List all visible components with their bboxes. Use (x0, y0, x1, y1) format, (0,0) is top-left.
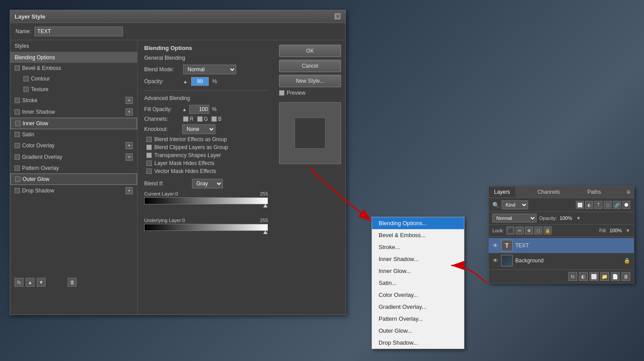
context-menu-gradient-overlay[interactable]: Gradient Overlay... (372, 301, 464, 313)
color-overlay-plus-btn[interactable]: + (126, 142, 133, 149)
move-down-button[interactable]: ▼ (37, 278, 46, 287)
fill-dropdown-arrow[interactable]: ▼ (625, 228, 630, 233)
channel-r-checkbox[interactable] (183, 116, 188, 122)
current-layer-container: Current Layer: 0 255 (144, 191, 268, 204)
styles-item-outer-glow[interactable]: Outer Glow (10, 173, 137, 185)
context-menu-stroke[interactable]: Stroke... (372, 241, 464, 253)
blend-mode-select[interactable]: Normal (183, 65, 236, 74)
context-menu-satin[interactable]: Satin... (372, 277, 464, 289)
layers-tab[interactable]: Layers (489, 187, 515, 197)
group-layers-button[interactable]: 📁 (600, 272, 609, 281)
layers-kind-select[interactable]: Kind (502, 200, 528, 209)
lock-pixels-icon[interactable]: ✏ (516, 227, 524, 234)
outer-glow-checkbox[interactable] (15, 177, 20, 182)
inner-glow-checkbox[interactable] (15, 121, 20, 126)
filter-pixel-icon[interactable]: ⬜ (576, 201, 584, 209)
inner-shadow-checkbox[interactable] (15, 109, 20, 115)
add-style-button[interactable]: ▲ (26, 278, 34, 287)
inner-shadow-label: Inner Shadow (22, 109, 55, 115)
styles-item-bevel-emboss[interactable]: Bevel & Emboss (10, 63, 137, 73)
gradient-overlay-plus-btn[interactable]: + (126, 154, 133, 161)
stroke-checkbox[interactable] (15, 98, 20, 103)
opacity-dropdown-arrow[interactable]: ▼ (576, 215, 581, 221)
layers-panel: Layers Channels Paths ≡ 🔍 Kind ⬜ ◐ T ⬡ 🔗… (488, 186, 634, 284)
styles-item-drop-shadow[interactable]: Drop Shadow + (10, 185, 137, 196)
context-menu-inner-glow[interactable]: Inner Glow... (372, 265, 464, 277)
text-layer-visibility[interactable]: 👁 (492, 242, 498, 249)
pattern-overlay-checkbox[interactable] (15, 165, 20, 171)
delete-layer-button[interactable]: 🗑 (621, 272, 630, 281)
channel-g-checkbox[interactable] (197, 116, 203, 122)
context-menu-blending-options[interactable]: Blending Options... (372, 217, 464, 229)
underlying-layer-right-handle[interactable] (263, 230, 268, 234)
blend-clipped-checkbox[interactable] (146, 145, 152, 150)
stroke-plus-btn[interactable]: + (126, 97, 133, 104)
new-layer-button[interactable]: 📄 (611, 272, 620, 281)
context-menu-drop-shadow[interactable]: Drop Shadow... (372, 337, 464, 349)
context-menu-bevel-emboss[interactable]: Bevel & Emboss... (372, 229, 464, 241)
styles-item-inner-shadow[interactable]: Inner Shadow + (10, 106, 137, 118)
texture-checkbox[interactable] (23, 87, 29, 92)
add-mask-button[interactable]: ⬜ (590, 272, 598, 281)
context-menu-outer-glow[interactable]: Outer Glow... (372, 325, 464, 337)
bg-layer-visibility[interactable]: 👁 (492, 257, 498, 264)
filter-adjust-icon[interactable]: ◐ (585, 201, 593, 209)
layers-menu-icon[interactable]: ≡ (623, 186, 634, 198)
close-button[interactable]: ✕ (334, 13, 341, 20)
knockout-select[interactable]: None (182, 124, 215, 134)
context-menu-color-overlay[interactable]: Color Overlay... (372, 289, 464, 301)
styles-item-contour[interactable]: Contour (10, 73, 137, 84)
blend-interior-checkbox[interactable] (146, 137, 152, 142)
satin-checkbox[interactable] (15, 132, 20, 137)
new-style-button[interactable]: New Style... (279, 75, 341, 87)
texture-label: Texture (31, 86, 48, 92)
color-overlay-checkbox[interactable] (15, 143, 20, 148)
current-layer-right-handle[interactable] (263, 204, 268, 207)
lock-artboard-icon[interactable]: ⬡ (534, 227, 542, 234)
bevel-emboss-checkbox[interactable] (15, 65, 20, 71)
styles-item-inner-glow[interactable]: Inner Glow (10, 118, 137, 129)
blend-if-select[interactable]: Gray (192, 179, 223, 188)
current-layer-max: 255 (260, 191, 268, 196)
layer-mask-checkbox[interactable] (146, 161, 152, 166)
styles-item-stroke[interactable]: Stroke + (10, 95, 137, 106)
inner-shadow-plus-btn[interactable]: + (126, 108, 133, 115)
styles-item-pattern-overlay[interactable]: Pattern Overlay (10, 163, 137, 173)
filter-smart-icon[interactable]: 🔗 (613, 201, 621, 209)
new-fill-button[interactable]: ◐ (579, 272, 588, 281)
vector-mask-checkbox[interactable] (146, 169, 152, 174)
channel-b-checkbox[interactable] (211, 116, 217, 122)
drop-shadow-checkbox[interactable] (15, 188, 20, 193)
layer-item-background[interactable]: 👁 Background 🔒 (489, 253, 634, 268)
styles-item-color-overlay[interactable]: Color Overlay + (10, 140, 137, 151)
fx-button[interactable]: fx (15, 278, 23, 287)
fx-tool-button[interactable]: fx (568, 272, 577, 281)
contour-checkbox[interactable] (23, 76, 29, 81)
layer-name-input[interactable] (34, 27, 123, 36)
layer-item-text[interactable]: 👁 T TEXT (489, 238, 634, 253)
ok-button[interactable]: OK (279, 45, 341, 57)
layers-blend-mode-select[interactable]: Normal (492, 214, 537, 223)
channels-tab[interactable]: Channels (532, 187, 565, 197)
styles-item-gradient-overlay[interactable]: Gradient Overlay + (10, 151, 137, 163)
fill-opacity-input[interactable] (189, 105, 209, 114)
filter-text-icon[interactable]: T (594, 201, 602, 209)
delete-style-button[interactable]: 🗑 (68, 278, 77, 287)
preview-checkbox[interactable] (279, 90, 284, 96)
styles-item-texture[interactable]: Texture (10, 84, 137, 95)
drop-shadow-plus-btn[interactable]: + (126, 187, 133, 194)
paths-tab[interactable]: Paths (582, 187, 606, 197)
transparency-shapes-checkbox[interactable] (146, 153, 152, 158)
gradient-overlay-checkbox[interactable] (15, 154, 20, 160)
opacity-input[interactable] (191, 77, 209, 86)
styles-item-satin[interactable]: Satin (10, 129, 137, 140)
lock-all-icon[interactable]: 🔒 (544, 227, 552, 234)
context-menu-pattern-overlay[interactable]: Pattern Overlay... (372, 313, 464, 325)
lock-position-icon[interactable]: ✥ (525, 227, 533, 234)
cancel-button[interactable]: Cancel (279, 60, 341, 72)
filter-shape-icon[interactable]: ⬡ (604, 201, 612, 209)
styles-item-blending-options[interactable]: Blending Options (10, 52, 137, 63)
context-menu-inner-shadow[interactable]: Inner Shadow... (372, 253, 464, 265)
lock-transparent-icon[interactable]: ⬛ (506, 227, 514, 234)
filter-dot[interactable] (622, 201, 630, 209)
